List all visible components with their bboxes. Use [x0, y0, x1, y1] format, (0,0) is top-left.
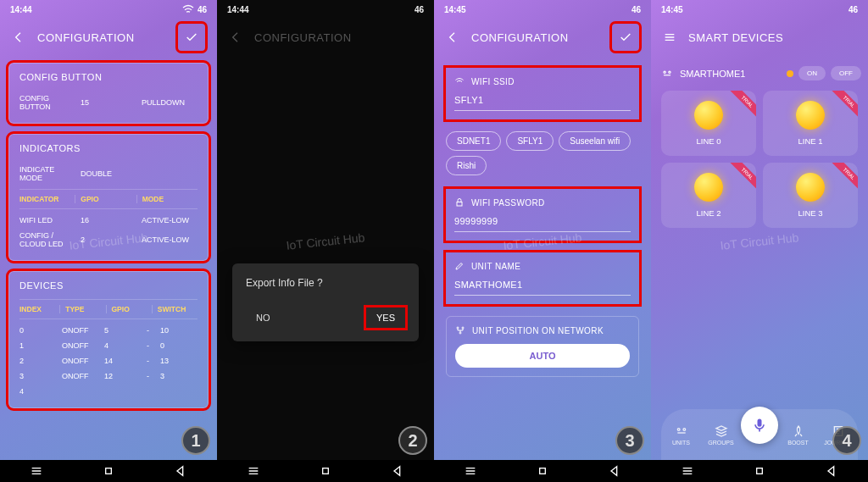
bulb-icon — [694, 101, 723, 130]
hamburger-icon[interactable] — [663, 30, 676, 44]
export-dialog: Export Info File ? NO YES — [232, 263, 419, 341]
confirm-button[interactable] — [178, 24, 205, 51]
battery-level: 46 — [849, 5, 858, 14]
back-icon[interactable] — [229, 30, 242, 44]
home-icon[interactable] — [753, 464, 766, 478]
unit-name-group[interactable]: UNIT NAME SMARTHOME1 — [446, 252, 639, 304]
trial-ribbon: TRIAL — [728, 163, 756, 192]
home-icon[interactable] — [102, 464, 115, 478]
col-gpio: GPIO — [112, 305, 153, 313]
back-nav-icon[interactable] — [825, 464, 838, 478]
tile-label: LINE 1 — [798, 136, 822, 146]
svg-rect-1 — [323, 468, 329, 474]
back-nav-icon[interactable] — [174, 464, 187, 478]
step-badge: 1 — [181, 426, 210, 455]
content: SMARTHOME1 ON OFF LINE 0TRIAL LINE 1TRIA… — [651, 56, 868, 460]
device-tile[interactable]: LINE 1TRIAL — [763, 91, 858, 156]
svg-point-7 — [664, 71, 665, 73]
cell: - — [147, 372, 155, 380]
bulb-icon — [694, 173, 723, 202]
status-time: 14:44 — [227, 5, 249, 14]
menu-icon[interactable] — [681, 464, 694, 478]
cell: 13 — [160, 357, 198, 365]
mic-icon — [751, 417, 768, 434]
cell: 0 — [19, 326, 57, 335]
device-tile[interactable]: LINE 3TRIAL — [763, 163, 858, 228]
nav-boost[interactable]: BOOST — [778, 424, 818, 446]
config-button-mode: PULLDOWN — [142, 98, 198, 107]
menu-icon[interactable] — [464, 464, 477, 478]
wifi-chip[interactable]: Suseelan wifi — [559, 131, 631, 151]
wifi-chip[interactable]: Rishi — [446, 156, 487, 175]
off-button[interactable]: OFF — [831, 66, 861, 80]
col-type: TYPE — [65, 305, 106, 313]
back-nav-icon[interactable] — [608, 464, 621, 478]
wifi-chip[interactable]: SFLY1 — [506, 131, 554, 151]
config-button-card: CONFIG BUTTON CONFIG BUTTON 15 PULLDOWN — [8, 63, 209, 124]
unit-name-label: UNIT NAME — [471, 262, 520, 271]
nav-groups[interactable]: GROUPS — [701, 424, 741, 446]
nav-units[interactable]: UNITS — [661, 424, 701, 446]
menu-icon[interactable] — [247, 464, 260, 478]
unit-name-value[interactable]: SMARTHOME1 — [454, 280, 631, 296]
wifi-icon — [181, 3, 195, 16]
wifi-ssid-group[interactable]: WIFI SSID SFLY1 — [446, 68, 639, 119]
cell: - — [147, 326, 155, 335]
boost-icon — [792, 424, 805, 438]
back-icon[interactable] — [12, 30, 25, 44]
home-icon[interactable] — [536, 464, 549, 478]
wifi-chip[interactable]: SDNET1 — [446, 131, 501, 151]
status-bar: 14:45 46 — [434, 0, 651, 19]
wifi-password-value[interactable]: 99999999 — [454, 216, 631, 232]
header: CONFIGURATION — [0, 19, 217, 56]
cell: - — [147, 341, 155, 350]
dialog-no-button[interactable]: NO — [246, 307, 281, 328]
cell: ONOFF — [62, 341, 99, 350]
device-icon — [661, 68, 673, 80]
svg-point-4 — [462, 327, 464, 329]
trial-ribbon: TRIAL — [830, 91, 858, 120]
indicators-card: INDICATORS INDICATE MODE DOUBLE INDICATO… — [8, 134, 209, 261]
status-time: 14:45 — [661, 5, 683, 14]
screen-3-wifi-config: 14:45 46 CONFIGURATION WIFI SSID SFLY1 S… — [434, 0, 651, 482]
check-icon — [619, 30, 632, 44]
dialog-yes-button[interactable]: YES — [366, 307, 405, 328]
nav-label: BOOST — [787, 440, 809, 446]
device-name-label: SMARTHOME1 — [680, 69, 745, 79]
battery-level: 46 — [632, 5, 641, 14]
svg-rect-13 — [757, 468, 763, 474]
svg-rect-2 — [457, 202, 462, 207]
on-button[interactable]: ON — [798, 66, 826, 80]
back-nav-icon[interactable] — [391, 464, 404, 478]
cell: 4 — [19, 387, 60, 396]
mic-button[interactable] — [741, 407, 778, 444]
wifi-password-group[interactable]: WIFI PASSWORD 99999999 — [446, 189, 639, 241]
menu-icon[interactable] — [30, 464, 43, 478]
back-icon[interactable] — [446, 30, 459, 44]
svg-point-8 — [669, 71, 670, 73]
unit-position-group: UNIT POSITION ON NETWORK AUTO — [446, 316, 639, 377]
home-icon[interactable] — [319, 464, 332, 478]
device-tiles: LINE 0TRIAL LINE 1TRIAL LINE 2TRIAL LINE… — [658, 91, 861, 228]
cell: 5 — [104, 326, 142, 335]
device-tile[interactable]: LINE 2TRIAL — [661, 163, 756, 228]
svg-rect-6 — [540, 468, 546, 474]
cell: 3 — [19, 372, 57, 380]
screen-2-export-dialog: 14:44 46 CONFIGURATION Export Info File … — [217, 0, 434, 482]
status-dot-icon — [787, 70, 793, 77]
cell: 14 — [104, 357, 142, 365]
header: CONFIGURATION — [434, 19, 651, 56]
device-tile[interactable]: LINE 0TRIAL — [661, 91, 756, 156]
col-switch: SWITCH — [158, 305, 198, 313]
trial-ribbon: TRIAL — [830, 163, 858, 192]
auto-button[interactable]: AUTO — [455, 344, 630, 368]
col-gpio: GPIO — [81, 195, 136, 203]
confirm-button[interactable] — [612, 24, 639, 51]
svg-point-9 — [677, 428, 680, 430]
wifi-ssid-label: WIFI SSID — [471, 77, 515, 86]
tile-label: LINE 3 — [798, 208, 822, 218]
nav-keys — [434, 460, 651, 482]
header: SMART DEVICES — [651, 19, 868, 56]
bottom-nav: UNITS GROUPS BOOST JOURNAL — [661, 409, 858, 460]
wifi-ssid-value[interactable]: SFLY1 — [454, 95, 631, 111]
